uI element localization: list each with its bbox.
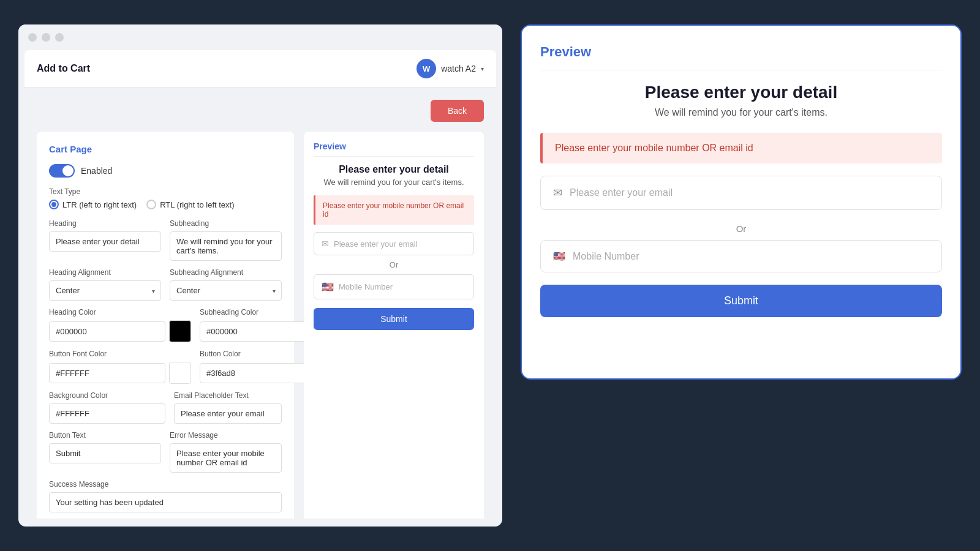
btn-font-color-label: Button Font Color [49, 350, 191, 358]
user-badge[interactable]: W watch A2 ▾ [417, 59, 484, 78]
subheading-group: Subheading [170, 219, 282, 261]
flag-icon-large: 🇺🇸 [553, 250, 565, 262]
error-text-large: Please enter your mobile number OR email… [555, 143, 930, 154]
email-icon-large: ✉ [553, 186, 562, 200]
email-placeholder-input[interactable] [174, 403, 282, 424]
preview-panel-large: Preview Please enter your detail We will… [521, 24, 962, 380]
btn-color-input[interactable] [200, 363, 316, 383]
email-placeholder-label: Email Placeholder Text [174, 391, 282, 400]
app-body: Back Cart Page Enabled [24, 88, 496, 519]
heading-color-group: Heading Color [49, 308, 191, 342]
alignment-grid: Heading Alignment Center Left Right ▾ [49, 268, 282, 301]
error-banner-large: Please enter your mobile number OR email… [540, 133, 942, 163]
browser-dot-1 [28, 33, 37, 42]
email-input-row-large[interactable]: ✉ Please enter your email [540, 176, 942, 210]
btn-font-color-group: Button Font Color [49, 350, 191, 384]
subheading-align-label: Subheading Alignment [170, 268, 282, 277]
phone-input-row-large[interactable]: 🇺🇸 Mobile Number [540, 240, 942, 272]
heading-group: Heading [49, 219, 161, 261]
error-message-input[interactable] [170, 443, 282, 473]
browser-window: Add to Cart W watch A2 ▾ Back Cart Page [18, 24, 502, 527]
btn-font-color-swatch[interactable] [169, 362, 191, 384]
email-icon-small: ✉ [322, 239, 329, 249]
btn-font-color-field-row [49, 362, 191, 384]
subheading-label: Subheading [170, 219, 282, 228]
error-message-group: Error Message [170, 431, 282, 473]
error-text-small: Please enter your mobile number OR email… [323, 201, 467, 219]
bg-color-input[interactable] [49, 403, 165, 424]
browser-content: Add to Cart W watch A2 ▾ Back Cart Page [24, 50, 496, 519]
preview-title-large: Preview [540, 44, 942, 70]
button-text-input[interactable] [49, 443, 161, 463]
browser-dot-3 [55, 33, 64, 42]
app-header: Add to Cart W watch A2 ▾ [24, 50, 496, 88]
preview-panel-small: Preview Please enter your detail We will… [304, 132, 484, 519]
btn-error-grid: Button Text Error Message [49, 431, 282, 473]
text-type-label: Text Type [49, 187, 282, 196]
heading-align-group: Heading Alignment Center Left Right ▾ [49, 268, 161, 301]
ltr-label: LTR (left to right text) [62, 200, 137, 209]
app-title: Add to Cart [37, 63, 90, 74]
bg-color-field-row [49, 403, 165, 424]
success-message-input[interactable] [49, 492, 282, 512]
email-placeholder-group: Email Placeholder Text [174, 391, 282, 424]
back-btn-row: Back [37, 100, 484, 122]
success-message-label: Success Message [49, 480, 282, 489]
bg-email-grid: Background Color Email Placeholder Text [49, 391, 282, 424]
success-message-group: Success Message [49, 480, 282, 512]
subheading-align-group: Subheading Alignment Center Left Right ▾ [170, 268, 282, 301]
preview-title-small: Preview [314, 141, 474, 157]
rtl-label: RTL (right to left text) [160, 200, 234, 209]
heading-align-select-wrapper: Center Left Right ▾ [49, 280, 161, 301]
bg-color-label: Background Color [49, 391, 165, 400]
preview-main-heading: Please enter your detail [540, 83, 942, 102]
settings-panel: Cart Page Enabled Text Type [37, 132, 294, 519]
btn-color-grid: Button Font Color Button Color [49, 350, 282, 384]
error-banner-small: Please enter your mobile number OR email… [314, 195, 474, 225]
heading-align-select[interactable]: Center Left Right [49, 280, 161, 301]
subheading-input[interactable] [170, 231, 282, 261]
subheading-align-select[interactable]: Center Left Right [170, 280, 282, 301]
preview-main-subheading: We will remind you for your cart's items… [540, 107, 942, 118]
or-divider-large: Or [540, 223, 942, 234]
radio-group: LTR (left to right text) RTL (right to l… [49, 200, 282, 209]
btn-font-color-input[interactable] [49, 363, 165, 383]
cart-page-title: Cart Page [49, 144, 282, 154]
user-avatar: W [417, 59, 436, 78]
or-divider-small: Or [314, 260, 474, 269]
heading-input[interactable] [49, 231, 161, 252]
phone-input-row-small: 🇺🇸 Mobile Number [314, 274, 474, 299]
toggle-label: Enabled [81, 166, 112, 176]
submit-btn-small[interactable]: Submit [314, 308, 474, 330]
panels-row: Cart Page Enabled Text Type [37, 132, 484, 519]
phone-placeholder-large: Mobile Number [573, 251, 639, 262]
user-name: watch A2 [441, 64, 476, 73]
heading-label: Heading [49, 219, 161, 228]
ltr-radio[interactable]: LTR (left to right text) [49, 200, 137, 209]
enabled-toggle-row: Enabled [49, 164, 282, 178]
back-button[interactable]: Back [431, 100, 484, 122]
browser-dot-2 [42, 33, 50, 42]
error-message-label: Error Message [170, 431, 282, 440]
rtl-radio[interactable]: RTL (right to left text) [146, 200, 234, 209]
rtl-radio-circle [146, 200, 156, 209]
toggle-knob [62, 165, 74, 176]
preview-subheading-small: We will remind you for your cart's items… [314, 178, 474, 187]
heading-color-grid: Heading Color Subheading Color [49, 308, 282, 342]
chevron-down-icon: ▾ [481, 66, 484, 72]
submit-btn-large[interactable]: Submit [540, 285, 942, 317]
preview-heading-small: Please enter your detail [314, 164, 474, 175]
enabled-toggle[interactable] [49, 164, 75, 178]
heading-color-input[interactable] [49, 321, 165, 342]
heading-color-swatch[interactable] [169, 320, 191, 342]
subheading-color-input[interactable] [200, 321, 316, 342]
heading-color-field-row [49, 320, 191, 342]
browser-titlebar [18, 24, 502, 50]
subheading-align-select-wrapper: Center Left Right ▾ [170, 280, 282, 301]
email-input-row-small: ✉ Please enter your email [314, 232, 474, 255]
phone-placeholder-small: Mobile Number [339, 282, 393, 291]
button-text-label: Button Text [49, 431, 161, 440]
text-type-row: Text Type LTR (left to right text) RTL (… [49, 187, 282, 209]
bg-color-group: Background Color [49, 391, 165, 424]
heading-subheading-grid: Heading Subheading [49, 219, 282, 261]
